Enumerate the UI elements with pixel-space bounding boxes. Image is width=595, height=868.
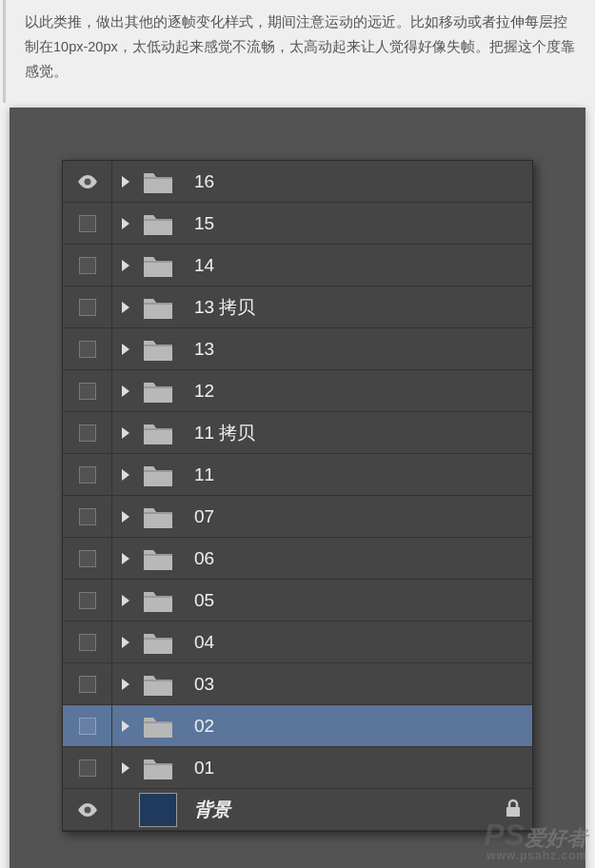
visibility-toggle[interactable]	[63, 663, 112, 704]
layer-name[interactable]: 12	[177, 381, 532, 402]
layer-name[interactable]: 11	[177, 464, 532, 485]
layer-thumbnail	[139, 422, 177, 444]
expand-toggle[interactable]	[112, 679, 139, 690]
svg-point-16	[84, 806, 90, 813]
chevron-right-icon	[122, 679, 129, 690]
visibility-toggle[interactable]	[63, 580, 112, 621]
chevron-right-icon	[122, 637, 129, 648]
layer-row[interactable]: 05	[63, 580, 532, 621]
expand-toggle[interactable]	[112, 218, 139, 229]
expand-toggle[interactable]	[112, 427, 139, 439]
expand-toggle[interactable]	[112, 344, 139, 355]
expand-toggle[interactable]	[112, 511, 139, 523]
layer-name[interactable]: 05	[177, 590, 532, 611]
chevron-right-icon	[122, 427, 129, 439]
layer-row[interactable]: 13	[63, 328, 532, 370]
layer-name[interactable]: 06	[177, 548, 532, 569]
layer-name[interactable]: 04	[177, 632, 532, 653]
expand-toggle[interactable]	[112, 720, 139, 732]
eye-icon	[77, 175, 98, 188]
layers-panel[interactable]: 16151413 拷贝131211 拷贝1107060504030201背景	[62, 160, 533, 832]
chevron-right-icon	[122, 762, 129, 774]
visibility-empty-icon	[79, 508, 96, 525]
layer-row[interactable]: 背景	[63, 789, 532, 831]
layer-row[interactable]: 04	[63, 621, 532, 663]
folder-icon	[144, 673, 172, 696]
layer-row[interactable]: 01	[63, 747, 532, 789]
chevron-right-icon	[122, 720, 129, 732]
layer-name[interactable]: 15	[177, 213, 532, 234]
visibility-toggle[interactable]	[63, 496, 112, 537]
visibility-toggle[interactable]	[63, 286, 112, 327]
layer-row[interactable]: 14	[63, 245, 532, 286]
layer-row[interactable]: 15	[63, 203, 532, 245]
svg-rect-11	[144, 598, 172, 612]
layer-row[interactable]: 02	[63, 705, 532, 747]
lock-icon	[505, 799, 522, 821]
svg-rect-14	[144, 723, 172, 738]
svg-rect-6	[144, 388, 172, 403]
layer-name[interactable]: 背景	[177, 798, 494, 822]
expand-toggle[interactable]	[112, 302, 139, 313]
layer-thumbnail	[139, 631, 177, 654]
layer-thumbnail	[139, 793, 177, 827]
visibility-toggle[interactable]	[63, 621, 112, 662]
layer-row[interactable]: 07	[63, 496, 532, 538]
lock-indicator[interactable]	[494, 799, 532, 821]
layer-name[interactable]: 13	[177, 339, 532, 360]
expand-toggle[interactable]	[112, 595, 139, 606]
layer-name[interactable]: 14	[177, 255, 532, 276]
expand-toggle[interactable]	[112, 553, 139, 564]
visibility-toggle[interactable]	[63, 370, 112, 411]
layer-name[interactable]: 01	[177, 758, 532, 779]
expand-toggle[interactable]	[112, 176, 139, 187]
layer-row[interactable]: 11 拷贝	[63, 412, 532, 454]
folder-icon	[144, 464, 172, 486]
chevron-right-icon	[122, 302, 129, 313]
visibility-toggle[interactable]	[63, 454, 112, 495]
visibility-toggle[interactable]	[63, 705, 112, 746]
visibility-toggle[interactable]	[63, 538, 112, 579]
expand-toggle[interactable]	[112, 637, 139, 648]
layer-row[interactable]: 12	[63, 370, 532, 412]
layer-thumbnail	[139, 757, 177, 779]
folder-icon	[144, 505, 172, 528]
visibility-empty-icon	[79, 299, 96, 316]
visibility-toggle[interactable]	[63, 412, 112, 453]
visibility-toggle[interactable]	[63, 161, 112, 202]
visibility-toggle[interactable]	[63, 328, 112, 369]
layer-name[interactable]: 11 拷贝	[177, 421, 532, 445]
layer-name[interactable]: 13 拷贝	[177, 295, 532, 320]
layer-thumbnail	[139, 715, 177, 738]
chevron-right-icon	[122, 260, 129, 271]
svg-rect-7	[144, 430, 172, 444]
folder-icon	[144, 757, 172, 779]
layer-thumbnail	[139, 464, 177, 486]
visibility-toggle[interactable]	[63, 245, 112, 286]
folder-icon	[144, 547, 172, 570]
folder-icon	[144, 631, 172, 654]
layer-row[interactable]: 16	[63, 161, 532, 203]
folder-icon	[144, 338, 172, 361]
expand-toggle[interactable]	[112, 260, 139, 271]
layer-thumbnail	[139, 673, 177, 696]
expand-toggle[interactable]	[112, 385, 139, 397]
layer-row[interactable]: 11	[63, 454, 532, 496]
layer-row[interactable]: 13 拷贝	[63, 286, 532, 328]
layer-name[interactable]: 16	[177, 171, 532, 192]
article-text-content: 以此类推，做出其他的逐帧变化样式，期间注意运动的远近。比如移动或者拉伸每层控制在…	[25, 14, 575, 79]
layer-name[interactable]: 03	[177, 674, 532, 695]
layer-name[interactable]: 07	[177, 506, 532, 527]
layer-thumbnail	[139, 589, 177, 612]
layer-row[interactable]: 03	[63, 663, 532, 705]
expand-toggle[interactable]	[112, 469, 139, 481]
layer-row[interactable]: 06	[63, 538, 532, 580]
svg-point-0	[84, 178, 90, 185]
chevron-right-icon	[122, 176, 129, 187]
visibility-toggle[interactable]	[63, 747, 112, 788]
visibility-toggle[interactable]	[63, 203, 112, 244]
visibility-toggle[interactable]	[63, 789, 112, 830]
expand-toggle[interactable]	[112, 762, 139, 774]
layer-thumbnail	[139, 380, 177, 403]
layer-name[interactable]: 02	[177, 716, 532, 737]
